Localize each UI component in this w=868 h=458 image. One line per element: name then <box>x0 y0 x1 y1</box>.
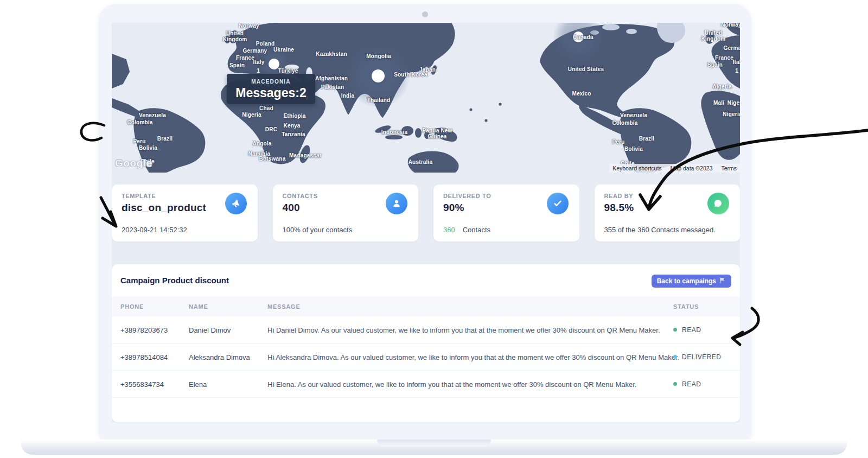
column-header-message: MESSAGE <box>267 303 301 310</box>
map-cluster-count[interactable]: 1 <box>257 67 260 74</box>
map-country-label: Kenya <box>283 123 300 129</box>
map-country-label: Spain <box>229 62 245 68</box>
laptop-screen: 11 NorwayUnited KingdomPolandGermanyUkra… <box>99 4 751 440</box>
map-country-label: France <box>236 55 254 61</box>
map-country-label: Mongolia <box>366 53 391 59</box>
map-country-label: Japan <box>419 67 436 73</box>
map-country-label: United Kingdom <box>223 30 247 42</box>
megaphone-icon <box>225 193 247 214</box>
map-attribution: Keyboard shortcuts Map data ©2023 Terms <box>609 164 740 173</box>
status-label: READ <box>682 326 701 334</box>
tooltip-message-count: Messages:2 <box>227 86 315 100</box>
map-country-label: Nigeria <box>723 111 740 117</box>
map-country-label: Mali <box>713 100 724 106</box>
map-country-label: Madagascar <box>289 152 322 158</box>
column-header-name: NAME <box>189 303 208 310</box>
map-country-label: Norway <box>239 23 259 29</box>
map-data-copyright: Map data ©2023 <box>671 165 713 171</box>
map-country-label: Peru <box>612 139 624 145</box>
map-cluster-count[interactable]: 1 <box>735 67 738 74</box>
map-country-label: Brazil <box>157 136 173 142</box>
map-country-label: Italy <box>253 59 264 65</box>
map-country-label: United States <box>568 66 604 72</box>
map-country-label: Germany <box>724 45 740 51</box>
back-button-label: Back to campaings <box>657 277 716 285</box>
map-country-label: Norway <box>721 23 740 28</box>
stat-card-template: TEMPLATE disc_on_product 2023-09-21 14:5… <box>112 185 258 241</box>
table-body: +38978203673Daniel DimovHi Daniel Dimov.… <box>112 316 740 398</box>
world-map[interactable]: 11 NorwayUnited KingdomPolandGermanyUkra… <box>112 23 740 173</box>
map-country-label: Ethiopia <box>283 113 305 119</box>
camera-dot <box>422 11 428 17</box>
status-label: DELIVERED <box>682 353 722 361</box>
table-row: +3556834734ElenaHi Elena. As our valued … <box>112 371 740 398</box>
map-country-label: Spain <box>707 62 723 68</box>
column-header-status: STATUS <box>673 303 699 310</box>
back-to-campaigns-button[interactable]: Back to campaings <box>652 275 731 288</box>
map-country-label: Angola <box>252 141 271 147</box>
map-tooltip: MACEDONIA Messages:2 <box>227 74 315 104</box>
delivered-label: Contacts <box>463 226 490 234</box>
stat-card-contacts: CONTACTS 400 100% of your contacts <box>273 185 419 241</box>
dashboard-content: 11 NorwayUnited KingdomPolandGermanyUkra… <box>112 23 740 422</box>
cell-status: READ <box>673 326 701 334</box>
cell-phone: +3556834734 <box>120 380 164 388</box>
terms-link[interactable]: Terms <box>721 165 737 171</box>
map-country-label: India <box>341 93 354 99</box>
cell-name: Elena <box>189 380 207 388</box>
stat-subtext: 360Contacts <box>443 226 570 234</box>
map-country-label: Nigeria <box>242 112 261 118</box>
map-country-label: DRC <box>265 126 277 132</box>
table-header: PHONE NAME MESSAGE STATUS <box>112 297 740 316</box>
status-dot <box>673 355 677 359</box>
cell-status: READ <box>673 380 701 388</box>
stat-card-delivered: DELIVERED TO 90% 360Contacts <box>433 185 579 241</box>
map-country-label: Germany <box>243 48 267 54</box>
flag-icon <box>719 277 726 285</box>
stat-subtext: 355 of the 360 Contacts messaged. <box>604 226 731 234</box>
cell-name: Aleksandra Dimova <box>189 353 250 361</box>
table-row: +38978514084Aleksandra DimovaHi Aleksand… <box>112 344 740 371</box>
map-country-label: Bolivia <box>139 145 157 151</box>
cell-message: Hi Aleksandra Dimova. As our valued cust… <box>267 353 679 361</box>
cell-message: Hi Elena. As our valued customer, we lik… <box>267 380 636 388</box>
cell-phone: +38978514084 <box>120 353 168 361</box>
page: 11 NorwayUnited KingdomPolandGermanyUkra… <box>0 0 868 458</box>
stat-card-read: READ BY 98.5% 355 of the 360 Contacts me… <box>595 185 741 241</box>
status-label: READ <box>682 380 701 388</box>
user-icon <box>386 193 407 214</box>
map-country-label: Venezuela <box>620 112 647 118</box>
map-country-label: Algeria <box>712 84 731 90</box>
campaign-title: Campaign Product discount <box>120 276 229 285</box>
laptop-base <box>21 440 847 455</box>
tooltip-region-name: MACEDONIA <box>227 79 315 85</box>
map-country-label: Türkiye <box>278 68 298 74</box>
map-country-label: Bolivia <box>624 146 643 152</box>
delivered-count: 360 <box>443 226 455 234</box>
cell-phone: +38978203673 <box>120 326 168 334</box>
keyboard-shortcuts-link[interactable]: Keyboard shortcuts <box>612 165 661 171</box>
stat-subtext: 100% of your contacts <box>283 226 409 234</box>
table-title-row: Campaign Product discount Back to campai… <box>112 264 740 297</box>
map-country-label: Australia <box>409 159 433 165</box>
map-country-label: France <box>715 55 733 61</box>
stats-row: TEMPLATE disc_on_product 2023-09-21 14:5… <box>112 185 740 241</box>
map-country-label: Venezuela <box>139 112 166 118</box>
cell-name: Daniel Dimov <box>189 326 231 334</box>
map-country-label: Colombia <box>612 120 637 126</box>
map-country-label: Brazil <box>639 136 654 142</box>
map-country-label: Tanzania <box>282 131 305 137</box>
map-country-label: Afghanistan <box>315 75 348 81</box>
map-continents <box>112 23 740 173</box>
map-country-label: Indonesia <box>381 129 407 135</box>
check-icon <box>547 193 569 214</box>
table-row: +38978203673Daniel DimovHi Daniel Dimov.… <box>112 316 740 344</box>
map-country-label: Ukraine <box>273 47 294 53</box>
map-country-label: Niger <box>727 100 740 106</box>
status-dot <box>673 382 677 386</box>
map-marker[interactable] <box>372 69 385 82</box>
cell-status: DELIVERED <box>673 353 722 361</box>
google-logo[interactable]: Google <box>115 157 152 169</box>
map-country-label: Kazakhstan <box>316 51 347 57</box>
map-country-label: Chad <box>259 105 273 111</box>
